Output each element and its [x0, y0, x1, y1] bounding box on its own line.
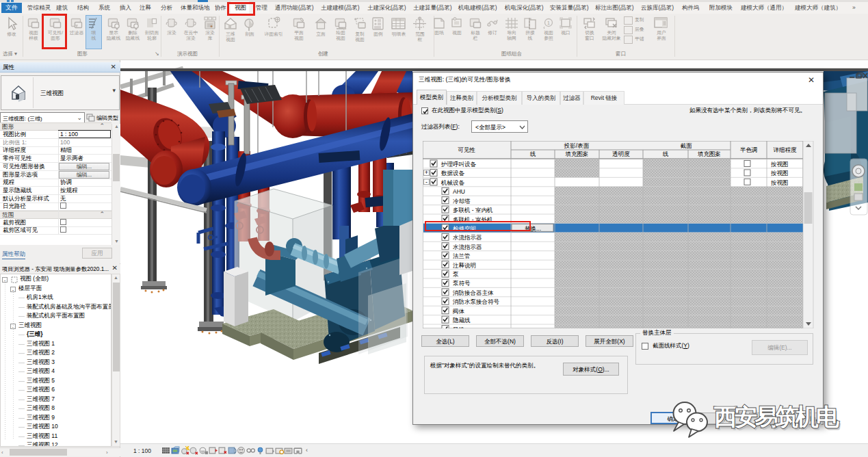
- svg-text:透明度: 透明度: [612, 151, 630, 157]
- svg-text:数据设备: 数据设备: [441, 170, 465, 177]
- svg-text:冷却塔: 冷却塔: [453, 198, 471, 205]
- svg-text:消防接合器主体: 消防接合器主体: [452, 289, 494, 296]
- svg-text:+: +: [425, 169, 428, 176]
- svg-text:多联机 - 室内机: 多联机 - 室内机: [453, 207, 493, 213]
- svg-text:按视图: 按视图: [771, 161, 789, 168]
- svg-text:半色调: 半色调: [740, 146, 758, 153]
- svg-text:可见性: 可见性: [458, 146, 475, 153]
- svg-text:线: 线: [663, 151, 669, 157]
- svg-text:填充图案: 填充图案: [697, 151, 721, 157]
- svg-text:风机: 风机: [453, 326, 465, 328]
- svg-text:填充图案: 填充图案: [565, 151, 589, 157]
- svg-text:机械设备: 机械设备: [440, 179, 465, 186]
- svg-text:投影/表面: 投影/表面: [564, 142, 590, 149]
- svg-text:水流指示器: 水流指示器: [453, 244, 482, 250]
- svg-text:泵符号: 泵符号: [453, 280, 471, 287]
- svg-text:阀体: 阀体: [453, 308, 465, 315]
- svg-text:按视图: 按视图: [771, 179, 789, 186]
- svg-text:隐藏线: 隐藏线: [453, 317, 471, 324]
- svg-text:注释说明: 注释说明: [453, 262, 476, 269]
- svg-text:水流指示器: 水流指示器: [453, 234, 482, 241]
- svg-text:线: 线: [530, 151, 536, 157]
- svg-text:护理呼叫设备: 护理呼叫设备: [440, 161, 477, 168]
- svg-text:消防水泵接合符号: 消防水泵接合符号: [452, 298, 500, 305]
- svg-text:截面: 截面: [681, 142, 693, 149]
- svg-text:法兰管: 法兰管: [453, 252, 471, 259]
- svg-text:按视图: 按视图: [771, 170, 789, 177]
- svg-text:AHU: AHU: [453, 188, 465, 195]
- svg-text:详细程度: 详细程度: [774, 146, 798, 153]
- svg-text:泵: 泵: [453, 271, 459, 278]
- svg-text:-: -: [425, 179, 428, 185]
- svg-text:西安易筑机电: 西安易筑机电: [713, 404, 840, 430]
